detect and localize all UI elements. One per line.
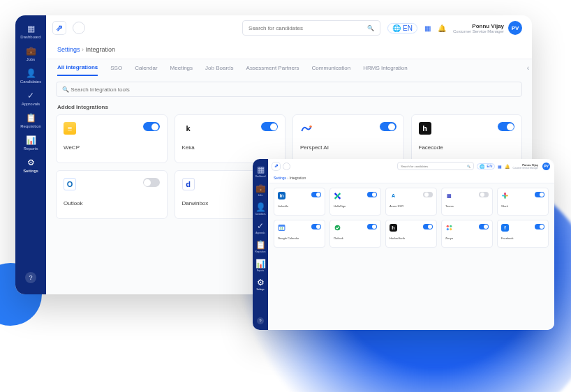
integration-search[interactable]: 🔍 [56,82,522,97]
integration-toggle[interactable] [311,224,321,229]
crumb-settings[interactable]: Settings [274,176,286,180]
integration-toggle[interactable] [479,192,489,197]
sidebar-item-settings[interactable]: ⚙Settings [15,155,46,176]
jobs-icon: 💼 [26,46,36,56]
candidates-icon: 👤 [26,68,36,78]
notifications-icon[interactable]: 🔔 [438,24,446,32]
global-search-input[interactable] [249,25,367,31]
avatar[interactable]: PV [542,163,550,170]
chevron-left-icon[interactable]: ‹ [527,64,529,72]
candidates-icon: 👤 [255,202,266,212]
integration-toggle[interactable] [423,192,433,197]
integration-card[interactable]: HelloSign [329,188,381,216]
integration-toggle[interactable] [143,178,160,187]
notifications-icon[interactable]: 🔔 [505,164,510,169]
tab-meetings[interactable]: Meetings [170,61,193,75]
search-icon: 🔍 [367,25,374,31]
apps-icon[interactable]: ▦ [424,24,431,32]
language-switch[interactable]: 🌐EN [477,163,495,169]
app-logo[interactable]: ⇗ [53,22,66,34]
help-icon[interactable]: ? [257,317,264,324]
reports-icon: 📊 [26,135,36,145]
integration-toggle[interactable] [423,224,433,229]
org-avatar[interactable] [283,163,290,170]
integration-card[interactable]: inLinkedIn [274,188,325,216]
integration-card[interactable]: hHackerEarth [385,220,437,248]
user-menu[interactable]: Ponnu Vijay Customer Service Manager PV [453,21,522,35]
sidebar-item-dashboard[interactable]: ▦Dashboard [253,162,268,181]
global-search-input[interactable] [401,165,467,168]
apps-icon[interactable]: ▦ [498,164,502,169]
reports-icon: 📊 [255,259,266,269]
integration-toggle[interactable] [261,122,278,131]
sidebar-item-reports[interactable]: 📊Reports [253,256,268,275]
user-menu[interactable]: Ponnu Vijay Customer Service Manager PV [512,163,550,170]
integration-icon [445,224,453,232]
integration-toggle[interactable] [367,192,377,197]
requisition-icon: 📋 [255,240,266,250]
integration-toggle[interactable] [311,192,321,197]
org-avatar[interactable] [73,22,85,34]
sidebar-item-requisition[interactable]: 📋Requisition [253,237,268,256]
sidebar-item-label: Settings [257,288,265,291]
integration-name: Keka [182,144,279,151]
tab-assessment-partners[interactable]: Assessment Partners [246,61,299,75]
sidebar-item-jobs[interactable]: 💼Jobs [15,43,46,64]
integration-toggle[interactable] [535,224,544,229]
app-logo[interactable]: ⇗ [272,163,280,170]
breadcrumb: Settings › Integration [268,173,554,183]
tab-communication[interactable]: Communication [312,61,351,75]
tab-sso[interactable]: SSO [110,61,122,75]
sidebar-item-label: Candidates [20,80,41,84]
sidebar-item-dashboard[interactable]: ▦Dashboard [15,21,46,42]
tab-calendar[interactable]: Calendar [135,61,157,75]
sidebar-item-candidates[interactable]: 👤Candidates [253,199,268,218]
integration-name: Azure SSO [390,204,433,208]
sidebar-item-settings[interactable]: ⚙Settings [253,275,268,294]
integration-card[interactable]: hFacecode [411,114,523,163]
jobs-icon: 💼 [255,183,266,193]
integration-name: Zimyo [445,236,489,240]
tab-hrms-integration[interactable]: HRMS Integration [363,61,408,75]
integration-card[interactable]: Perspect AI [292,114,404,163]
integration-card[interactable]: OOutlook [56,170,168,219]
sidebar-item-label: Reports [257,269,265,272]
sidebar-item-approvals[interactable]: ✓Approvals [253,218,268,237]
tab-job-boards[interactable]: Job Boards [205,61,233,75]
integration-toggle[interactable] [380,122,396,131]
tab-all-integrations[interactable]: All Integrations [57,60,98,76]
integration-card[interactable]: fFacebook [497,220,549,248]
integration-toggle[interactable] [498,122,514,131]
language-switch[interactable]: 🌐EN [387,23,417,33]
integration-search-input[interactable] [71,86,516,93]
integration-card[interactable]: Zimyo [441,220,493,248]
integration-icon: ▦ [445,192,453,199]
integration-card[interactable]: ▦Teams [441,188,493,216]
integration-card[interactable]: Slack [497,188,549,216]
sidebar-item-jobs[interactable]: 💼Jobs [253,181,268,199]
sidebar-item-approvals[interactable]: ✓Approvals [15,88,46,109]
sidebar-item-label: Requisition [20,124,41,128]
global-search[interactable]: 🔍 [242,20,380,36]
crumb-settings[interactable]: Settings [57,46,80,53]
sidebar-item-label: Approvals [255,232,265,234]
integration-toggle[interactable] [143,122,160,131]
integration-card[interactable]: 31Google Calendar [274,220,325,248]
sidebar-item-requisition[interactable]: 📋Requisition [15,110,46,131]
integration-toggle[interactable] [479,224,489,229]
integration-card[interactable]: kKeka [175,114,286,163]
integration-icon [334,224,341,232]
global-search[interactable]: 🔍 [397,162,474,170]
user-role: Customer Service Manager [512,167,538,169]
integration-toggle[interactable] [535,192,544,197]
sidebar-item-candidates[interactable]: 👤Candidates [15,66,46,86]
sidebar-item-label: Dashboard [255,175,266,178]
avatar[interactable]: PV [508,21,522,35]
integration-card[interactable]: AAzure SSO [385,188,437,216]
integration-name: Outlook [334,236,377,240]
sidebar-item-reports[interactable]: 📊Reports [15,133,46,153]
integration-card[interactable]: ≡WeCP [56,114,168,163]
integration-toggle[interactable] [367,224,377,229]
help-icon[interactable]: ? [25,272,36,283]
integration-card[interactable]: Outlook [329,220,381,248]
